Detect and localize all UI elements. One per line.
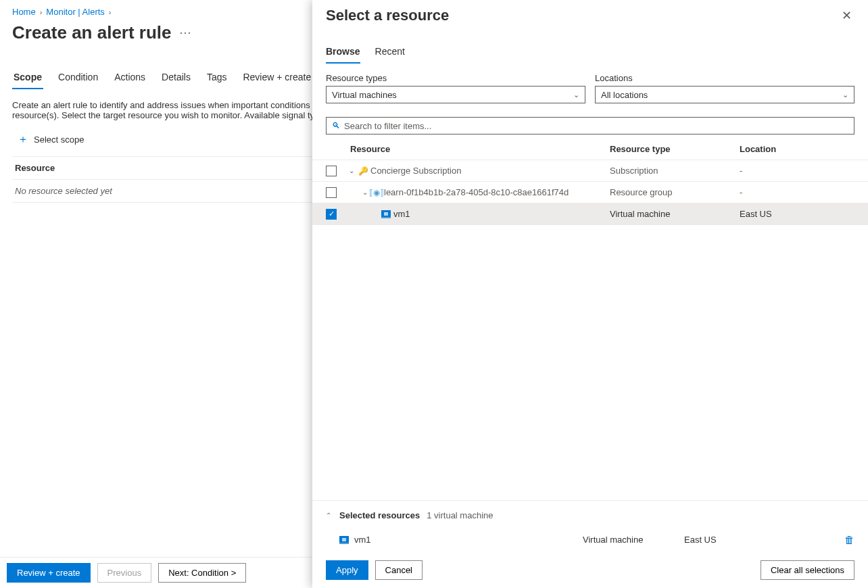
tab-actions[interactable]: Actions: [113, 68, 147, 89]
search-input[interactable]: [344, 121, 848, 131]
select-scope-label: Select scope: [34, 134, 84, 145]
clear-all-button[interactable]: Clear all selections: [761, 560, 854, 580]
checkbox[interactable]: [326, 166, 337, 176]
selected-resources-count: 1 virtual machine: [427, 510, 493, 520]
subscription-location: -: [740, 166, 854, 176]
resource-group-name: learn-0f1b4b1b-2a78-405d-8c10-c8ae1661f7…: [384, 187, 569, 197]
trash-icon[interactable]: 🗑: [844, 534, 854, 545]
tab-scope[interactable]: Scope: [12, 68, 43, 89]
vm-location: East US: [740, 209, 854, 219]
previous-button: Previous: [97, 563, 152, 583]
select-resource-panel: Select a resource ✕ Browse Recent Resour…: [312, 0, 868, 588]
close-icon[interactable]: ✕: [839, 7, 854, 24]
panel-title: Select a resource: [326, 7, 449, 24]
resource-types-dropdown[interactable]: Virtual machines ⌄: [326, 86, 585, 103]
apply-button[interactable]: Apply: [326, 560, 368, 580]
panel-tab-browse[interactable]: Browse: [326, 43, 360, 64]
selected-resources-label: Selected resources: [339, 510, 420, 520]
plus-icon: ＋: [18, 132, 28, 147]
tab-review-create[interactable]: Review + create: [241, 68, 312, 89]
more-icon[interactable]: ···: [180, 26, 192, 40]
chevron-up-icon[interactable]: ⌃: [326, 512, 331, 519]
vm-icon: [381, 210, 391, 218]
chevron-right-icon: ›: [40, 8, 43, 16]
resource-tree: ⌄ 🔑 Concierge Subscription Subscription …: [312, 160, 868, 225]
selected-type: Virtual machine: [583, 535, 684, 545]
vm-icon: [339, 536, 349, 544]
next-condition-button[interactable]: Next: Condition >: [158, 563, 246, 583]
search-box[interactable]: 🔍︎: [326, 117, 854, 134]
selected-location: East US: [684, 535, 844, 545]
tree-row-resource-group[interactable]: ⌄ ⟦◉⟧ learn-0f1b4b1b-2a78-405d-8c10-c8ae…: [312, 182, 868, 203]
cancel-button[interactable]: Cancel: [375, 560, 423, 580]
locations-value: All locations: [601, 90, 648, 100]
locations-label: Locations: [595, 73, 854, 83]
checkbox-checked[interactable]: ✓: [326, 209, 337, 220]
chevron-right-icon: ›: [109, 8, 112, 16]
subscription-type: Subscription: [610, 166, 740, 176]
resource-group-icon: ⟦◉⟧: [372, 188, 381, 197]
tree-row-vm[interactable]: ✓ vm1 Virtual machine East US: [312, 203, 868, 225]
breadcrumb-home[interactable]: Home: [12, 7, 36, 17]
resource-types-value: Virtual machines: [332, 90, 397, 100]
resource-group-location: -: [740, 187, 854, 197]
column-location: Location: [740, 144, 854, 154]
breadcrumb-monitor[interactable]: Monitor | Alerts: [46, 7, 104, 17]
tab-details[interactable]: Details: [160, 68, 192, 89]
key-icon: 🔑: [358, 166, 368, 176]
locations-dropdown[interactable]: All locations ⌄: [595, 86, 854, 103]
vm-type: Virtual machine: [610, 209, 740, 219]
panel-tab-recent[interactable]: Recent: [375, 43, 405, 64]
page-title: Create an alert rule: [12, 22, 172, 43]
chevron-down-icon[interactable]: ⌄: [362, 189, 368, 196]
tab-condition[interactable]: Condition: [57, 68, 99, 89]
subscription-name: Concierge Subscription: [370, 166, 461, 176]
panel-tabs: Browse Recent: [312, 30, 868, 64]
chevron-down-icon[interactable]: ⌄: [349, 167, 354, 174]
tree-header: Resource Resource type Location: [312, 140, 868, 160]
resource-group-type: Resource group: [610, 187, 740, 197]
search-icon: 🔍︎: [332, 121, 340, 130]
column-type: Resource type: [610, 144, 740, 154]
selected-name: vm1: [354, 535, 371, 545]
tree-row-subscription[interactable]: ⌄ 🔑 Concierge Subscription Subscription …: [312, 160, 868, 182]
chevron-down-icon: ⌄: [573, 91, 579, 99]
selected-resource-row: vm1 Virtual machine East US 🗑: [326, 527, 854, 555]
selected-resources-section: ⌃ Selected resources 1 virtual machine v…: [312, 500, 868, 555]
vm-name: vm1: [393, 209, 410, 219]
column-resource: Resource: [326, 144, 610, 154]
tab-tags[interactable]: Tags: [206, 68, 228, 89]
resource-types-label: Resource types: [326, 73, 585, 83]
checkbox[interactable]: [326, 187, 337, 198]
panel-footer: Apply Cancel Clear all selections: [312, 555, 868, 588]
review-create-button[interactable]: Review + create: [7, 563, 91, 583]
chevron-down-icon: ⌄: [842, 91, 848, 99]
